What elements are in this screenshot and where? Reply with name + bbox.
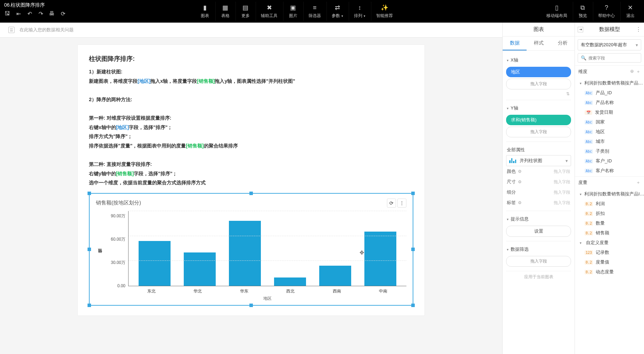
exit-icon: ✕	[627, 4, 634, 11]
x-tick: 西南	[314, 286, 360, 294]
resize-handle[interactable]	[88, 248, 91, 251]
chart-type-icon	[509, 158, 516, 163]
resize-handle[interactable]	[411, 192, 415, 195]
collapse-icon[interactable]: ⇥	[578, 27, 583, 32]
table-icon: ▦	[222, 4, 229, 11]
chart-more-button[interactable]: ⋮	[397, 199, 406, 208]
field-动态度量[interactable]: 0.2动态度量	[575, 267, 644, 277]
x-tick: 西北	[267, 286, 314, 294]
resize-handle[interactable]	[411, 304, 415, 307]
chart-title: 销售额(按地区划分)	[96, 200, 141, 206]
resize-handle[interactable]	[249, 192, 253, 195]
bar-西北[interactable]	[274, 277, 306, 286]
canvas[interactable]: 柱状图降序排序: 1）新建柱状图: 新建图表，将维度字段[地区]拖入x轴，将度量…	[77, 45, 425, 316]
field-地区[interactable]: Abc地区	[575, 127, 644, 137]
prop-color[interactable]: 颜色⚙拖入字段	[506, 166, 571, 177]
toolbar-filter-icon[interactable]: ≡筛选器	[303, 2, 326, 21]
resize-handle[interactable]	[411, 248, 415, 251]
chart-ylabel: 销售额	[96, 211, 105, 301]
field-数量[interactable]: 0.2数量	[575, 218, 644, 228]
field-国家[interactable]: Abc国家	[575, 117, 644, 127]
field-发货日期[interactable]: 📅发货日期	[575, 107, 644, 117]
xaxis-field-pill[interactable]: 地区	[506, 67, 571, 77]
bar-中南[interactable]	[364, 232, 396, 285]
reload-icon: ⟳	[389, 200, 394, 206]
yaxis-field-pill[interactable]: 求和(销售额)	[506, 115, 571, 125]
x-tick: 华北	[175, 286, 221, 294]
bar-西南[interactable]	[319, 266, 351, 285]
resize-handle[interactable]	[249, 304, 253, 307]
filter-dropzone[interactable]: 拖入字段	[506, 256, 571, 267]
prop-detail[interactable]: 细分拖入字段	[506, 187, 571, 198]
plus-icon[interactable]: ＋	[636, 179, 641, 186]
print-icon[interactable]: 🖶	[49, 10, 55, 17]
prop-size[interactable]: 尺寸⚙拖入字段	[506, 177, 571, 187]
y-tick: 30.00万	[111, 260, 125, 266]
bar-东北[interactable]	[139, 241, 171, 286]
field-度量值[interactable]: 0.2度量值	[575, 257, 644, 267]
align-left-icon[interactable]: ⇤	[15, 10, 22, 17]
field-记录数[interactable]: 123记录数	[575, 248, 644, 257]
undo-icon[interactable]: ↶	[26, 10, 33, 17]
chart-refresh-button[interactable]: ⟳	[387, 199, 396, 208]
globe-icon[interactable]: ⊕	[630, 69, 634, 75]
chart-bar-icon: ▮	[201, 4, 209, 11]
field-折扣[interactable]: 0.2折扣	[575, 209, 644, 218]
toolbar-grid-icon[interactable]: ▤更多	[236, 2, 255, 21]
tab-data[interactable]: 数据	[503, 37, 527, 50]
more-icon[interactable]: ⋮	[636, 26, 641, 33]
toolbar-param-icon[interactable]: ⇄参数	[327, 2, 348, 21]
field-search[interactable]: 🔍	[578, 53, 641, 63]
toolbar-table-icon[interactable]: ▦表格	[215, 2, 235, 21]
field-利润[interactable]: 0.2利润	[575, 199, 644, 209]
ask-bar[interactable]: ☰ 在此输入您的数据相关问题	[0, 23, 502, 38]
redo-icon[interactable]: ↷	[38, 10, 44, 17]
toolbar-preview-icon[interactable]: ⧉预览	[573, 2, 592, 21]
section-yaxis[interactable]: ▾Y轴	[506, 103, 571, 113]
toolbar-image-icon[interactable]: ▣图片	[283, 2, 303, 21]
toolbar-mobile-icon[interactable]: ▯移动端布局	[542, 2, 572, 21]
hint-settings-button[interactable]: 设置	[506, 226, 571, 237]
field-客户_ID[interactable]: Abc客户_ID	[575, 156, 644, 166]
doc-step2-title: 2）降序的两种方法:	[89, 95, 413, 104]
toolbar-chart-bar-icon[interactable]: ▮图表	[195, 2, 215, 21]
chart-type-select[interactable]: 并列柱状图 ▾	[506, 155, 571, 166]
section-hint[interactable]: ▾提示信息	[506, 214, 571, 224]
field-城市[interactable]: Abc城市	[575, 137, 644, 146]
prop-label[interactable]: 标签⚙拖入字段	[506, 198, 571, 208]
tab-analysis[interactable]: 分析	[551, 37, 575, 50]
toolbar-exit-icon[interactable]: ✕退出	[620, 2, 640, 21]
xaxis-dropzone[interactable]: 拖入字段	[506, 79, 571, 89]
chart-plot-area[interactable]	[128, 211, 406, 286]
refresh-icon[interactable]: ⟳	[60, 10, 66, 17]
resize-handle[interactable]	[88, 192, 91, 195]
field-客户名称[interactable]: Abc客户名称	[575, 166, 644, 176]
bar-华北[interactable]	[184, 252, 216, 286]
tab-style[interactable]: 样式	[527, 37, 551, 50]
field-产品名称[interactable]: Abc产品名称	[575, 98, 644, 107]
field-产品_ID[interactable]: Abc产品_ID	[575, 88, 644, 98]
chart-card[interactable]: ✥ 销售额(按地区划分) ⟳ ⋮ 销售额	[89, 193, 413, 306]
field-销售额[interactable]: 0.2销售额	[575, 228, 644, 238]
section-xaxis[interactable]: ▾X轴	[506, 55, 571, 65]
field-子类别[interactable]: Abc子类别	[575, 146, 644, 156]
more-icon: ⋮	[399, 200, 404, 206]
toolbar-sort-icon[interactable]: ↕排列	[349, 2, 370, 21]
toolbar-tools-icon[interactable]: ✖辅助工具	[256, 2, 282, 21]
yaxis-dropzone[interactable]: 拖入字段	[506, 127, 571, 137]
field-search-input[interactable]	[588, 56, 641, 61]
resize-handle[interactable]	[88, 304, 91, 307]
magic-icon: ✨	[381, 4, 388, 11]
swap-axes-icon[interactable]: ⇅	[506, 91, 571, 97]
bar-华东[interactable]	[229, 221, 261, 285]
datasource-select[interactable]: 有空数据的2020年超市▾	[578, 39, 641, 50]
dim-group-row[interactable]: ▾利润折扣数量销售额按产品…	[575, 78, 644, 88]
save-icon[interactable]: 🖫	[4, 10, 10, 17]
section-filter[interactable]: ▾数据筛选	[506, 244, 571, 255]
custom-measure-group[interactable]: ▾自定义度量	[575, 238, 644, 248]
plus-icon[interactable]: ＋	[636, 69, 641, 75]
preview-icon: ⧉	[579, 4, 587, 11]
toolbar-magic-icon[interactable]: ✨智能推荐	[371, 2, 398, 21]
meas-group-row[interactable]: ▾利润折扣数量销售额按产品I…	[575, 189, 644, 199]
toolbar-help-icon[interactable]: ?帮助中心	[593, 2, 620, 21]
